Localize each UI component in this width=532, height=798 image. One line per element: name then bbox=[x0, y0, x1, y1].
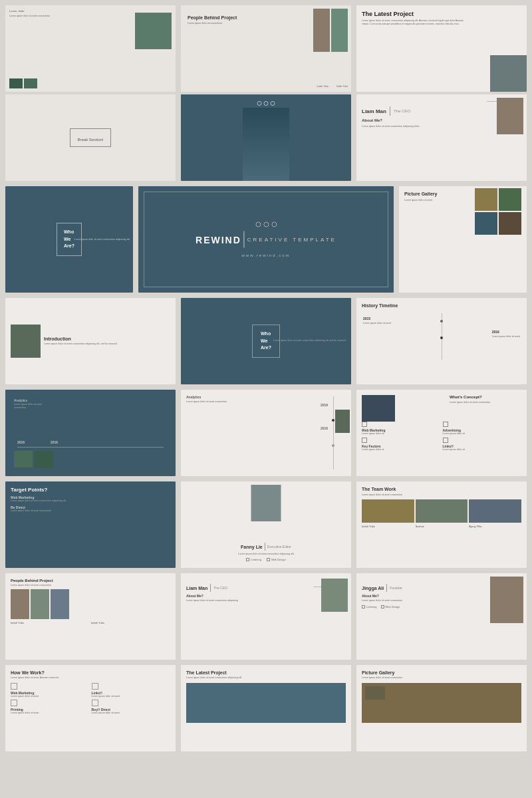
slide-people-behind-2: People Behind Project Lorem ipsum dolor … bbox=[5, 573, 176, 660]
liam2-name: Liam Man bbox=[186, 586, 207, 591]
slide-people-behind: People Behind Project Lorem ipsum dolor … bbox=[181, 5, 351, 92]
hero-main-title: REWIND bbox=[196, 234, 241, 245]
about-text: Lorem ipsum dolor sit amet consectetur a… bbox=[362, 125, 450, 128]
hero-content: REWIND CREATIVE TEMPLATE www.rewind.com bbox=[164, 222, 368, 257]
web-design-item: Web Design bbox=[267, 558, 286, 561]
slide-history-timeline: History Timeline 2015 Lorem ipsum dolor … bbox=[356, 298, 527, 384]
slide-team-work: The Team Work Lorem ipsum dolor sit amet… bbox=[356, 481, 527, 568]
liam2-about-text: Lorem ipsum dolor sit amet consectetur a… bbox=[186, 599, 282, 602]
timeline-photos bbox=[14, 451, 53, 467]
gallery-2-text: Lorem ipsum dolor sit amet consectetur bbox=[362, 676, 521, 680]
slide-liam-man: Liam Man The CEO About Me? Lorem ipsum d… bbox=[356, 94, 527, 181]
how-item-1: Web Marketing Lorem ipsum dolor sit amet bbox=[11, 683, 90, 698]
intro-text: Lorem ipsum dolor sit amet consectetur a… bbox=[44, 342, 117, 346]
latest-project-2-text: Lorem ipsum dolor sit amet consectetur a… bbox=[186, 676, 346, 680]
how-text-3: Lorem ipsum dolor sit amet bbox=[11, 712, 90, 715]
advertising-item: Advertising Lorem ipsum dolor sit bbox=[443, 422, 522, 436]
be-direct-text: Lorem ipsum dolor sit amet consectetur bbox=[11, 509, 170, 513]
concept-text: Lorem ipsum dolor sit amet consectetur bbox=[450, 401, 521, 404]
slide-how-we-work: How We Work? Lorem ipsum dolor sit amet,… bbox=[5, 665, 176, 751]
slide-introduction: Introduction Lorem ipsum dolor sit amet … bbox=[5, 298, 176, 384]
slide-dark-timeline: 2016 2016 Analytics Lorem ipsum dolor si… bbox=[5, 390, 176, 476]
how-items-grid: Web Marketing Lorem ipsum dolor sit amet… bbox=[11, 683, 170, 715]
links-text: Lorem ipsum dolor sit bbox=[443, 448, 522, 452]
how-icon-1 bbox=[11, 683, 17, 690]
year-left: 2015 Lorem ipsum dolor sit amet bbox=[363, 317, 391, 325]
slide-image bbox=[135, 13, 172, 49]
slide-person-dark bbox=[181, 94, 351, 181]
web-marketing-item-dark: Web Marketing Lorem ipsum dolor sit amet… bbox=[11, 495, 170, 503]
connector-line bbox=[487, 101, 497, 102]
social-icons bbox=[257, 101, 275, 106]
who-body-text: Lorem ipsum dolor sit amet consectetur a… bbox=[74, 238, 130, 241]
people-names-row: Indah Yulia Indah Yulia bbox=[11, 621, 170, 624]
slide-jingga-ali: Jingga Ali Founder About Me? Lorem ipsum… bbox=[356, 573, 527, 660]
fanny-info: Fanny Lie Executive Editor Lorem ipsum d… bbox=[186, 543, 346, 561]
year-right: 2016 Lorem ipsum dolor sit amet bbox=[492, 330, 520, 338]
key-factors-item: Key Factors Lorem ipsum dolor sit bbox=[362, 438, 441, 452]
timeline-photo-right bbox=[335, 410, 350, 433]
how-item-4: Buy!! Direct Lorem ipsum dolor sit amet bbox=[92, 700, 171, 715]
latest-project-text: Lorem ipsum dolor sit amet, consectetur … bbox=[362, 19, 466, 25]
slide-picture-gallery-top: Picture Gallery Lorem ipsum dolor sit am… bbox=[399, 186, 527, 293]
how-item-2: Links!! Lorem ipsum dolor sit amet bbox=[92, 683, 171, 698]
slide-fanny-lie: Fanny Lie Executive Editor Lorem ipsum d… bbox=[181, 481, 351, 568]
hero-divider bbox=[244, 231, 245, 248]
who-we-are-text: WhoWeAre? bbox=[64, 229, 74, 250]
be-direct-item: Be Direct Lorem ipsum dolor sit amet con… bbox=[11, 505, 170, 513]
slide-title-text: Lorem, dude bbox=[9, 9, 132, 13]
jingga-about-text: Lorem ipsum dolor sit amet consectetur bbox=[362, 599, 458, 602]
lettering-item: Lettering bbox=[246, 558, 261, 561]
people-title-2: People Behind Project bbox=[11, 579, 170, 583]
people-behind-title: People Behind Project bbox=[188, 15, 237, 20]
how-icon-4 bbox=[92, 700, 98, 706]
hero-url: www.rewind.com bbox=[164, 253, 368, 257]
fanny-name: Fanny Lie bbox=[241, 545, 263, 549]
target-title: Target Points? bbox=[11, 487, 170, 493]
who-title-mid: WhoWeAre? bbox=[261, 331, 271, 352]
liam2-role: The CEO bbox=[213, 586, 227, 590]
team-title: The Team Work bbox=[362, 487, 521, 491]
team-names: Indah Yulia Ibrahim Ajeng Fifia bbox=[362, 525, 521, 528]
fanny-photo bbox=[251, 485, 281, 521]
concept-right-content: What's Concept? Lorem ipsum dolor sit am… bbox=[450, 395, 521, 404]
links-item: Links!! Lorem ipsum dolor sit bbox=[443, 438, 522, 452]
latest-project-title: The Latest Project bbox=[362, 11, 521, 17]
people-photo-row bbox=[11, 589, 170, 619]
break-section-box: Break Section! bbox=[70, 128, 110, 147]
fanny-role: Executive Editor bbox=[267, 545, 291, 549]
latest-project-image bbox=[490, 55, 527, 92]
liam2-connector bbox=[313, 587, 321, 587]
concept-image bbox=[362, 395, 395, 422]
web-marketing-item: Web Marketing Lorem ipsum dolor sit bbox=[362, 422, 441, 436]
how-we-work-title: How We Work? bbox=[11, 670, 170, 675]
team-desc: Lorem ipsum dolor sit amet consectetur bbox=[362, 493, 521, 497]
v-timeline bbox=[332, 396, 334, 469]
people-text-2: Lorem ipsum dolor sit amet consectetur bbox=[11, 584, 170, 587]
lettering-label: Lettering bbox=[251, 558, 261, 561]
web-marketing-dark-text: Lorem ipsum dolor sit amet consectetur a… bbox=[11, 499, 170, 503]
jingga-role: Founder bbox=[390, 586, 402, 590]
web-design-label: Web Design bbox=[271, 558, 286, 561]
year-2019: 2019 bbox=[321, 403, 328, 407]
liam2-photo bbox=[321, 579, 348, 612]
who-body-mid: Lorem ipsum dolor sit amet consectetur a… bbox=[273, 339, 346, 342]
analytics-title-light: Analytics bbox=[186, 395, 346, 399]
slide-break-section: Break Section! bbox=[5, 94, 176, 181]
fanny-desc: Lorem ipsum dolor sit amet consectetur a… bbox=[186, 553, 346, 556]
webdesign2-label: Web Design bbox=[386, 605, 400, 608]
year-2016b: 2016 bbox=[51, 440, 58, 444]
hero-title-row: REWIND CREATIVE TEMPLATE bbox=[164, 231, 368, 248]
year-2016c: 2016 bbox=[321, 426, 328, 430]
how-text-2: Lorem ipsum dolor sit amet bbox=[92, 695, 171, 698]
fanny-skills: Lettering Web Design bbox=[186, 558, 346, 561]
team-photos bbox=[362, 499, 521, 523]
key-factors-text: Lorem ipsum dolor sit bbox=[362, 448, 441, 452]
slide-latest-project: The Latest Project Lorem ipsum dolor sit… bbox=[356, 5, 527, 92]
hero-social-icons bbox=[164, 222, 368, 227]
latest-project-2-title: The Latest Project bbox=[186, 670, 346, 675]
intro-title: Introduction bbox=[44, 336, 117, 341]
timeline-container: 2015 Lorem ipsum dolor sit amet 2016 Lor… bbox=[362, 313, 521, 360]
concept-icons-grid: Web Marketing Lorem ipsum dolor sit Adve… bbox=[362, 422, 521, 451]
people-names: Indah Yulia Indah Yulia bbox=[317, 85, 348, 88]
